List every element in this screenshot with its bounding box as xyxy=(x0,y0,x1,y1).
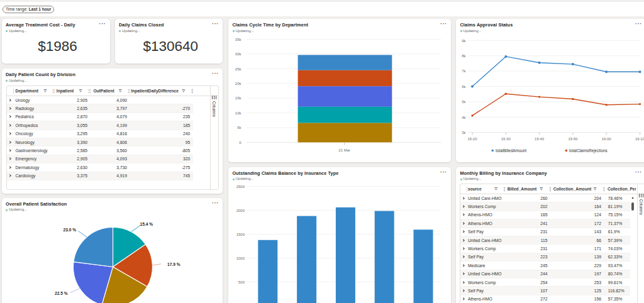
svg-text:35k: 35k xyxy=(235,38,242,41)
svg-text:totalClaimsRejections: totalClaimsRejections xyxy=(569,148,608,153)
svg-text:4k: 4k xyxy=(462,116,466,119)
svg-text:15:50: 15:50 xyxy=(568,137,578,141)
svg-text:5k: 5k xyxy=(237,126,242,129)
svg-text:8k: 8k xyxy=(462,54,466,58)
svg-text:30k: 30k xyxy=(235,52,242,56)
svg-text:15:30: 15:30 xyxy=(501,137,511,141)
svg-text:15.4 %: 15.4 % xyxy=(140,221,153,226)
svg-text:23.0 %: 23.0 % xyxy=(63,227,76,231)
svg-text:7k: 7k xyxy=(462,69,466,73)
svg-text:17.9 %: 17.9 % xyxy=(167,262,180,267)
svg-text:1000: 1000 xyxy=(236,256,245,260)
svg-text:21 Mar: 21 Mar xyxy=(338,148,350,152)
svg-text:9k: 9k xyxy=(462,39,466,43)
svg-text:15k: 15k xyxy=(235,96,242,100)
svg-text:2000: 2000 xyxy=(236,208,245,212)
svg-text:15:20: 15:20 xyxy=(467,137,477,141)
svg-text:16:00: 16:00 xyxy=(602,137,612,141)
svg-text:0: 0 xyxy=(239,141,242,145)
svg-text:500: 500 xyxy=(238,280,245,284)
svg-text:20k: 20k xyxy=(235,82,242,85)
svg-text:15:40: 15:40 xyxy=(535,137,545,141)
svg-text:1500: 1500 xyxy=(236,232,245,236)
svg-text:22.5 %: 22.5 % xyxy=(54,291,67,295)
svg-text:3k: 3k xyxy=(462,131,466,135)
svg-text:2500: 2500 xyxy=(236,184,245,188)
svg-text:16:10: 16:10 xyxy=(635,137,644,141)
svg-text:10k: 10k xyxy=(235,111,242,115)
svg-text:6k: 6k xyxy=(462,85,466,89)
svg-text:25k: 25k xyxy=(235,67,242,71)
svg-text:5k: 5k xyxy=(462,100,466,104)
svg-text:totalBilledAmount: totalBilledAmount xyxy=(496,148,526,153)
